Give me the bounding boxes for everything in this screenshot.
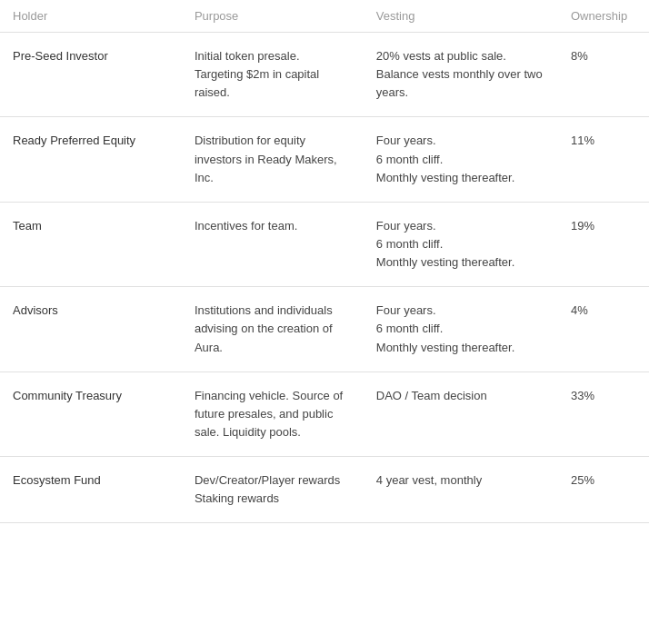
cell-vesting-0: 20% vests at public sale.Balance vests m…	[364, 33, 558, 117]
table-row: AdvisorsInstitutions and individuals adv…	[0, 287, 649, 372]
header-vesting: Vesting	[364, 0, 558, 33]
header-ownership: Ownership	[558, 0, 649, 33]
cell-ownership-1: 11%	[558, 117, 649, 202]
cell-vesting-2: Four years.6 month cliff.Monthly vesting…	[364, 202, 558, 286]
cell-purpose-5: Dev/Creator/Player rewardsStaking reward…	[182, 457, 364, 523]
cell-purpose-0: Initial token presale. Targeting $2m in …	[182, 33, 364, 117]
table-row: Community TreasuryFinancing vehicle. Sou…	[0, 372, 649, 456]
cell-vesting-3: Four years.6 month cliff.Monthly vesting…	[364, 287, 558, 372]
table-row: Ecosystem FundDev/Creator/Player rewards…	[0, 457, 649, 523]
header-holder: Holder	[0, 0, 182, 33]
cell-vesting-4: DAO / Team decision	[364, 372, 558, 456]
cell-holder-5: Ecosystem Fund	[0, 457, 182, 523]
cell-purpose-4: Financing vehicle. Source of future pres…	[182, 372, 364, 456]
cell-purpose-3: Institutions and individuals advising on…	[182, 287, 364, 372]
table-row: TeamIncentives for team.Four years.6 mon…	[0, 202, 649, 286]
table-row: Pre-Seed InvestorInitial token presale. …	[0, 33, 649, 117]
cell-vesting-5: 4 year vest, monthly	[364, 457, 558, 523]
cell-purpose-1: Distribution for equity investors in Rea…	[182, 117, 364, 202]
cell-ownership-3: 4%	[558, 287, 649, 372]
table-row: Ready Preferred EquityDistribution for e…	[0, 117, 649, 202]
cell-ownership-0: 8%	[558, 33, 649, 117]
header-purpose: Purpose	[182, 0, 364, 33]
cell-holder-0: Pre-Seed Investor	[0, 33, 182, 117]
cell-holder-4: Community Treasury	[0, 372, 182, 456]
token-allocation-table: Holder Purpose Vesting Ownership Pre-See…	[0, 0, 649, 644]
cell-holder-2: Team	[0, 202, 182, 286]
cell-purpose-2: Incentives for team.	[182, 202, 364, 286]
cell-holder-1: Ready Preferred Equity	[0, 117, 182, 202]
cell-holder-3: Advisors	[0, 287, 182, 372]
cell-vesting-1: Four years.6 month cliff.Monthly vesting…	[364, 117, 558, 202]
cell-ownership-5: 25%	[558, 457, 649, 523]
cell-ownership-2: 19%	[558, 202, 649, 286]
cell-ownership-4: 33%	[558, 372, 649, 456]
